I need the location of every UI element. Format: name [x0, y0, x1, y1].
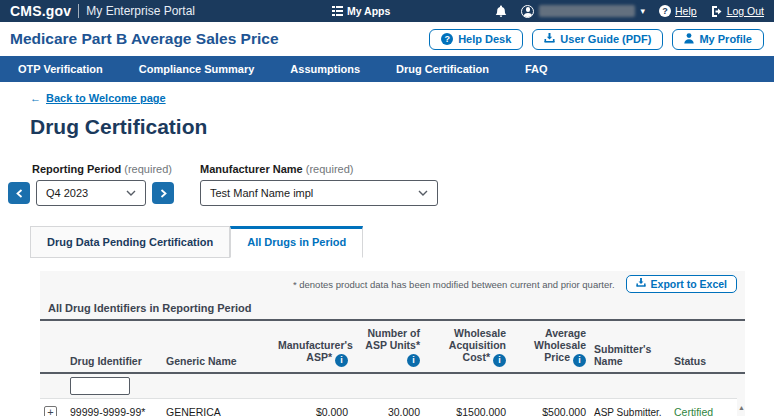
nav-item-faq[interactable]: FAQ [525, 63, 548, 75]
top-bar: CMS.gov My Enterprise Portal My Apps ▾ ?… [0, 0, 774, 22]
info-icon[interactable]: i [335, 354, 348, 367]
previous-period-button[interactable] [8, 182, 30, 204]
manufacturers-asp-value: $0.000 [274, 406, 352, 416]
tab-bar: Drug Data Pending Certification All Drug… [30, 226, 774, 258]
help-question-icon: ? [659, 5, 671, 17]
info-icon[interactable]: i [573, 354, 586, 367]
help-link[interactable]: ? Help [659, 5, 697, 17]
submitter-name-cell: ASP Submitter, [590, 406, 670, 416]
col-header-manufacturers-asp: Manufacturer's ASP*i [274, 339, 352, 367]
notifications-bell-icon[interactable] [495, 5, 507, 18]
log-out-link[interactable]: Log Out [711, 5, 764, 17]
export-to-excel-button[interactable]: Export to Excel [626, 275, 737, 293]
export-label: Export to Excel [651, 278, 727, 290]
nav-item-assumptions[interactable]: Assumptions [290, 63, 360, 75]
table-row: + 99999-9999-99* GENERICA $0.000 30.000 … [40, 399, 737, 416]
reporting-period-label-text: Reporting Period [32, 163, 121, 175]
reporting-period-select[interactable]: Q4 2023 [36, 180, 146, 206]
col-header-drug-identifier: Drug Identifier [66, 355, 162, 367]
col-header-average-wholesale-price: Average Wholesale Pricei [510, 327, 590, 367]
help-desk-button[interactable]: ? Help Desk [429, 29, 523, 50]
info-icon[interactable]: i [407, 354, 420, 367]
help-label: Help [675, 5, 697, 17]
select-chevron-icon [126, 190, 136, 196]
app-title: Medicare Part B Average Sales Price [10, 30, 279, 48]
user-avatar-icon [521, 5, 534, 18]
next-period-button[interactable] [152, 182, 174, 204]
my-apps-label: My Apps [347, 5, 390, 17]
select-chevron-icon [418, 190, 428, 196]
brand-divider [78, 4, 79, 18]
scrollbar-up-arrow[interactable]: ▲ [738, 404, 745, 411]
col-header-number-of-asp-units: Number of ASP Units*i [352, 327, 424, 367]
help-desk-question-icon: ? [441, 33, 453, 45]
col-header-submitters-name: Submitter's Name [590, 343, 670, 367]
chevron-down-icon: ▾ [640, 6, 645, 16]
apps-grid-icon [332, 6, 343, 16]
reporting-period-required: (required) [124, 163, 172, 175]
download-icon [544, 33, 555, 46]
manufacturer-name-label: Manufacturer Name (required) [200, 163, 438, 175]
expand-row-button[interactable]: + [44, 406, 57, 416]
filter-form: Reporting Period (required) Q4 2023 [8, 163, 774, 206]
log-out-label: Log Out [727, 5, 764, 17]
filter-row [40, 374, 737, 399]
table-title: All Drug Identifiers in Reporting Period [40, 296, 745, 321]
app-header: Medicare Part B Average Sales Price ? He… [0, 22, 774, 56]
generic-name-value: GENERICA [162, 406, 274, 416]
manufacturer-required: (required) [306, 163, 354, 175]
cms-logo[interactable]: CMS.gov [10, 3, 71, 19]
nav-item-drug-certification[interactable]: Drug Certification [396, 63, 489, 75]
modified-data-note: * denotes product data has been modified… [293, 279, 615, 290]
user-guide-label: User Guide (PDF) [560, 33, 651, 45]
table-header-row: Drug Identifier Generic Name Manufacture… [40, 321, 745, 374]
manufacturer-name-select[interactable]: Test Manf Name impl [200, 180, 438, 206]
reporting-period-value: Q4 2023 [46, 187, 88, 199]
tab-all-drugs-in-period[interactable]: All Drugs in Period [230, 226, 363, 258]
redacted-user-name [539, 5, 635, 17]
portal-name: My Enterprise Portal [86, 4, 195, 18]
user-guide-button[interactable]: User Guide (PDF) [532, 29, 663, 50]
my-profile-button[interactable]: My Profile [672, 29, 764, 50]
back-arrow-icon: ← [30, 92, 41, 104]
my-profile-label: My Profile [699, 33, 752, 45]
drug-identifier-filter-input[interactable] [70, 377, 130, 395]
help-desk-label: Help Desk [458, 33, 511, 45]
reporting-period-label: Reporting Period (required) [32, 163, 174, 175]
wac-value: $1500.000 [424, 406, 510, 416]
download-icon [636, 278, 646, 290]
nav-item-compliance-summary[interactable]: Compliance Summary [139, 63, 255, 75]
info-icon[interactable]: i [493, 354, 506, 367]
all-drugs-panel: * denotes product data has been modified… [40, 271, 745, 416]
awp-value: $500.000 [510, 406, 590, 416]
back-to-welcome-link[interactable]: ← Back to Welcome page [30, 92, 166, 104]
nav-item-otp-verification[interactable]: OTP Verification [18, 63, 103, 75]
col-header-wholesale-acquisition-cost: Wholesale Acquisition Cost*i [424, 327, 510, 367]
main-nav: OTP Verification Compliance Summary Assu… [0, 56, 774, 82]
col-header-generic-name: Generic Name [162, 355, 274, 367]
table-body: + 99999-9999-99* GENERICA $0.000 30.000 … [40, 374, 745, 416]
drug-identifier-value: 99999-9999-99* [66, 406, 162, 416]
my-apps-button[interactable]: My Apps [332, 5, 390, 17]
manufacturer-name-value: Test Manf Name impl [210, 187, 313, 199]
back-link-label: Back to Welcome page [46, 92, 166, 104]
tab-drug-data-pending-certification[interactable]: Drug Data Pending Certification [30, 226, 230, 258]
status-badge: Certified [670, 406, 734, 416]
col-header-text: Number of ASP Units* [365, 327, 420, 351]
log-out-icon [711, 6, 723, 17]
manufacturer-label-text: Manufacturer Name [200, 163, 303, 175]
profile-person-icon [684, 33, 694, 46]
page-title: Drug Certification [30, 115, 774, 139]
submitter-name-value: ASP Submitter, [594, 407, 662, 416]
col-header-status: Status [670, 355, 734, 367]
user-menu[interactable]: ▾ [521, 5, 645, 18]
asp-units-value: 30.000 [352, 406, 424, 416]
